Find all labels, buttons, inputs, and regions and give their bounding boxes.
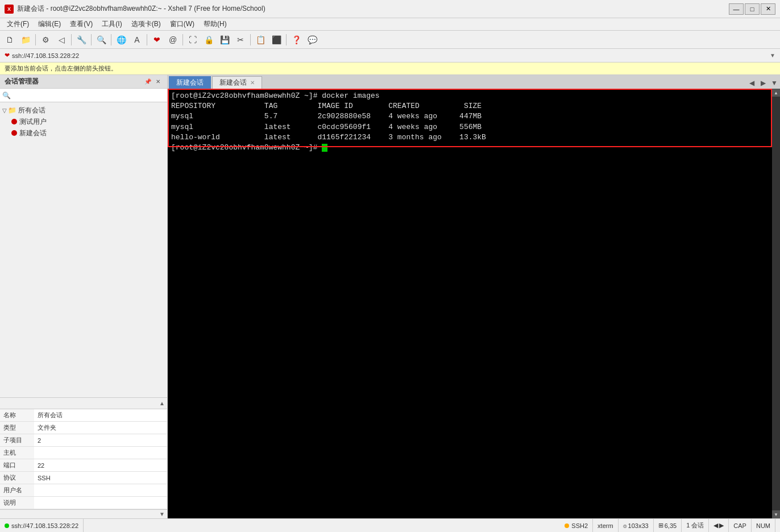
toolbar-btn-7[interactable]: ❤ <box>150 33 164 47</box>
info-value: 2 <box>34 434 167 447</box>
close-button[interactable]: ✕ <box>761 3 775 15</box>
app-icon: X <box>5 5 14 14</box>
sidebar-tree: ▽ 📁 所有会话 测试用户 新建会话 <box>0 102 167 397</box>
terminal-scroll-down[interactable]: ▼ <box>772 510 780 518</box>
sidebar: 会话管理器 📌 ✕ 🔍 ▽ 📁 所有会话 测试用户 新建会话 <box>0 75 168 518</box>
sidebar-search-bar: 🔍 <box>0 89 167 102</box>
menu-item[interactable]: 文件(F) <box>2 18 34 30</box>
tab-prev-button[interactable]: ◀ <box>746 77 757 89</box>
sidebar-pin-button[interactable]: 📌 <box>143 77 152 86</box>
terminal-wrapper[interactable]: [root@iZ2vc28obhvfham8wewhh0Z ~]# docker… <box>168 89 780 518</box>
menu-item[interactable]: 选项卡(B) <box>127 18 165 30</box>
tab-2-label: 新建会话 <box>219 78 247 88</box>
maximize-button[interactable]: □ <box>745 3 760 15</box>
expand-icon: ▽ <box>2 107 7 114</box>
hint-text: 要添加当前会话，点击左侧的箭头按钮。 <box>5 64 117 73</box>
info-key: 子项目 <box>0 434 34 447</box>
search-input[interactable] <box>11 92 165 99</box>
info-scroll-up[interactable]: ▲ <box>159 400 165 406</box>
menu-item[interactable]: 查看(V) <box>65 18 97 30</box>
toolbar-btn-8[interactable]: @ <box>165 33 180 47</box>
menu-item[interactable]: 窗口(W) <box>165 18 199 30</box>
toolbar-btn-2[interactable]: ⚙ <box>38 33 53 47</box>
toolbar-btn-15[interactable]: 💬 <box>305 33 320 47</box>
address-bar: ❤ ssh://47.108.153.228:22 ▼ <box>0 49 780 63</box>
info-key: 协议 <box>0 472 34 484</box>
sidebar-info-table: 名称所有会话类型文件夹子项目2主机端口22协议SSH用户名说明 <box>0 409 167 510</box>
window-title: 新建会话 - root@iZ2vc28obhvfham8wewhh0Z:~ - … <box>17 4 729 14</box>
toolbar-btn-10[interactable]: 🔒 <box>201 33 216 47</box>
tab-2[interactable]: 新建会话 ✕ <box>212 76 262 89</box>
info-value <box>34 497 167 509</box>
tab-menu-button[interactable]: ▼ <box>769 77 780 89</box>
sidebar-item-all-sessions[interactable]: ▽ 📁 所有会话 <box>0 105 167 116</box>
info-table-row: 用户名 <box>0 484 167 497</box>
info-table-row: 说明 <box>0 497 167 509</box>
sidebar-header: 会话管理器 📌 ✕ <box>0 75 167 89</box>
status-next-btn[interactable]: ▶ <box>719 522 724 529</box>
toolbar-open[interactable]: 📁 <box>18 33 33 47</box>
toolbar-sep-8 <box>286 34 287 45</box>
toolbar-btn-13[interactable]: 📋 <box>253 33 268 47</box>
toolbar-btn-6[interactable]: A <box>130 33 144 47</box>
terminal-scroll-up[interactable]: ▲ <box>772 89 780 97</box>
new-session-label: 新建会话 <box>19 128 47 138</box>
status-size-text: 103x33 <box>628 522 649 529</box>
terminal-scrollbar[interactable]: ▲ ▼ <box>772 89 780 518</box>
info-scroll-down[interactable]: ▼ <box>159 511 165 517</box>
sidebar-item-new-session[interactable]: 新建会话 <box>0 127 167 139</box>
status-position-text: 6,35 <box>665 522 677 529</box>
info-value: 文件夹 <box>34 422 167 434</box>
session-dot-1 <box>11 119 17 124</box>
toolbar-btn-4[interactable]: 🔧 <box>74 33 89 47</box>
menu-item[interactable]: 帮助(H) <box>199 18 231 30</box>
menu-item[interactable]: 工具(I) <box>97 18 126 30</box>
status-ssh2-text: SSH2 <box>571 522 588 529</box>
toolbar-btn-11[interactable]: 💾 <box>217 33 232 47</box>
toolbar-btn-12[interactable]: ✂ <box>233 33 248 47</box>
toolbar-search[interactable]: 🔍 <box>94 33 109 47</box>
toolbar-btn-3[interactable]: ◁ <box>54 33 69 47</box>
toolbar-sep-7 <box>250 34 251 45</box>
status-cap: CAP <box>729 519 752 532</box>
menu-item[interactable]: 编辑(E) <box>34 18 65 30</box>
status-num-text: NUM <box>756 522 770 529</box>
address-dropdown[interactable]: ▼ <box>770 52 775 59</box>
sidebar-item-test-user[interactable]: 测试用户 <box>0 116 167 127</box>
toolbar-btn-14[interactable]: ⬛ <box>269 33 284 47</box>
tab-1[interactable]: 新建会话 <box>169 76 211 89</box>
status-size: ⌾ 103x33 <box>619 519 654 532</box>
minimize-button[interactable]: — <box>729 3 744 15</box>
info-key: 端口 <box>0 459 34 472</box>
sidebar-close-button[interactable]: ✕ <box>153 77 163 86</box>
toolbar-help[interactable]: ❓ <box>289 33 304 47</box>
title-bar: X 新建会话 - root@iZ2vc28obhvfham8wewhh0Z:~ … <box>0 0 780 18</box>
address-text: ssh://47.108.153.228:22 <box>12 52 79 59</box>
status-dot <box>5 523 9 528</box>
info-value: SSH <box>34 472 167 484</box>
info-table-row: 协议SSH <box>0 472 167 484</box>
info-value: 22 <box>34 459 167 472</box>
info-table-row: 类型文件夹 <box>0 422 167 434</box>
sidebar-info-header: ▲ <box>0 398 167 409</box>
toolbar-sep-2 <box>71 34 72 45</box>
info-table-row: 端口22 <box>0 459 167 472</box>
toolbar-new[interactable]: 🗋 <box>2 33 17 47</box>
info-value <box>34 484 167 497</box>
sidebar-title: 会话管理器 <box>5 77 143 86</box>
status-ssh2: SSH2 <box>560 519 593 532</box>
status-cap-text: CAP <box>733 522 746 529</box>
tab-2-close[interactable]: ✕ <box>250 80 255 86</box>
terminal-content[interactable]: [root@iZ2vc28obhvfham8wewhh0Z ~]# docker… <box>168 89 772 518</box>
status-nav-btns: ◀ ▶ <box>709 519 729 532</box>
address-icon: ❤ <box>5 52 10 59</box>
toolbar-btn-5[interactable]: 🌐 <box>114 33 128 47</box>
tab-bar: 新建会话 新建会话 ✕ ◀ ▶ ▼ <box>168 75 780 89</box>
tab-next-button[interactable]: ▶ <box>757 77 769 89</box>
status-xterm: xterm <box>593 519 619 532</box>
toolbar-btn-9[interactable]: ⛶ <box>185 33 200 47</box>
status-address-text: ssh://47.108.153.228:22 <box>11 522 78 529</box>
info-key: 类型 <box>0 422 34 434</box>
status-prev-btn[interactable]: ◀ <box>713 522 718 529</box>
toolbar: 🗋 📁 ⚙ ◁ 🔧 🔍 🌐 A ❤ @ ⛶ 🔒 💾 ✂ 📋 ⬛ ❓ 💬 <box>0 31 780 49</box>
